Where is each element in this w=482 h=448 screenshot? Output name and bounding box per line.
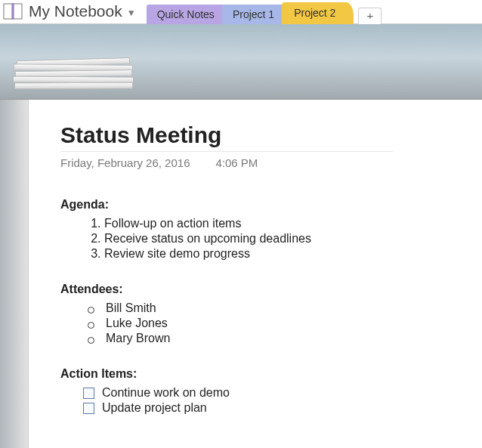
attendees-heading[interactable]: Attendees: xyxy=(60,283,459,296)
tab-quick-notes[interactable]: Quick Notes xyxy=(147,5,225,24)
svg-rect-0 xyxy=(4,4,12,19)
list-item[interactable]: Luke Jones xyxy=(88,316,459,331)
attendees-list[interactable]: Bill Smith Luke Jones Mary Brown xyxy=(88,301,459,346)
section-banner xyxy=(0,24,482,100)
action-item-label[interactable]: Update project plan xyxy=(102,401,207,415)
list-item[interactable]: Mary Brown xyxy=(88,331,459,346)
paper-stack-image xyxy=(11,59,139,97)
action-item-label[interactable]: Continue work on demo xyxy=(102,386,230,400)
left-gutter xyxy=(0,100,29,448)
top-bar: My Notebook ▼ Quick Notes Project 1 Proj… xyxy=(0,0,482,24)
list-item[interactable]: Bill Smith xyxy=(88,301,459,316)
action-items-list[interactable]: Continue work on demo Update project pla… xyxy=(83,385,459,416)
checkbox-icon[interactable] xyxy=(83,388,94,399)
notebook-title: My Notebook xyxy=(29,2,122,20)
list-item[interactable]: Review site demo progress xyxy=(104,246,459,261)
svg-rect-1 xyxy=(14,4,22,19)
action-item-row[interactable]: Continue work on demo xyxy=(83,385,459,400)
page-meta: Friday, February 26, 2016 4:06 PM xyxy=(60,151,393,174)
chevron-down-icon: ▼ xyxy=(127,8,136,18)
action-items-heading[interactable]: Action Items: xyxy=(60,367,459,381)
notebook-icon xyxy=(3,3,24,20)
page-title[interactable]: Status Meeting xyxy=(60,122,459,148)
add-section-button[interactable]: + xyxy=(358,8,382,24)
svg-rect-2 xyxy=(12,3,14,20)
page-time[interactable]: 4:06 PM xyxy=(215,156,258,169)
page-date[interactable]: Friday, February 26, 2016 xyxy=(60,156,190,169)
action-item-row[interactable]: Update project plan xyxy=(83,400,459,416)
checkbox-icon[interactable] xyxy=(83,403,94,414)
tab-project-1[interactable]: Project 1 xyxy=(222,5,285,24)
note-page[interactable]: Status Meeting Friday, February 26, 2016… xyxy=(29,100,482,448)
list-item[interactable]: Receive status on upcoming deadlines xyxy=(104,231,459,246)
list-item[interactable]: Follow-up on action items xyxy=(104,216,459,231)
tab-project-2[interactable]: Project 2 xyxy=(282,2,354,24)
notebook-picker[interactable]: My Notebook ▼ xyxy=(0,0,142,23)
content-area: Status Meeting Friday, February 26, 2016… xyxy=(0,100,482,448)
section-tabs: Quick Notes Project 1 Project 2 + xyxy=(147,0,382,23)
agenda-heading[interactable]: Agenda: xyxy=(60,198,459,212)
agenda-list[interactable]: Follow-up on action items Receive status… xyxy=(104,216,459,261)
